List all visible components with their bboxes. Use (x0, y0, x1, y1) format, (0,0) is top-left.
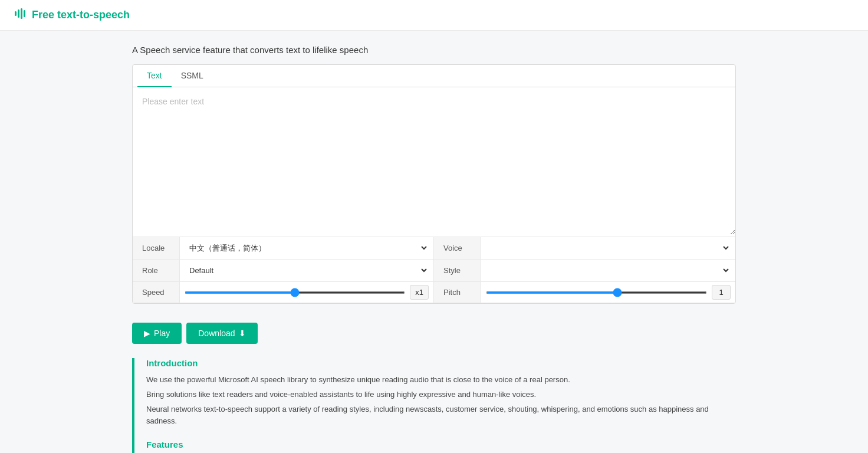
pitch-content: 1 (481, 283, 735, 302)
download-label: Download (198, 329, 235, 338)
intro-line-2: Bring solutions like text readers and vo… (146, 389, 736, 401)
role-select[interactable]: Default (185, 262, 429, 279)
text-input-wrapper (133, 87, 735, 237)
app-title: Free text-to-speech (32, 9, 130, 21)
svg-rect-1 (18, 9, 19, 18)
locale-select[interactable]: 中文（普通话，简体） (185, 239, 429, 257)
play-button[interactable]: ▶ Play (132, 323, 182, 344)
app-icon (14, 7, 27, 23)
style-content (481, 260, 735, 281)
action-buttons: ▶ Play Download ⬇ (132, 313, 736, 349)
tab-text[interactable]: Text (137, 65, 172, 87)
download-icon: ⬇ (239, 329, 246, 338)
pitch-control: Pitch 1 (434, 282, 735, 303)
svg-rect-2 (21, 8, 22, 19)
info-section: Introduction We use the powerful Microso… (132, 358, 736, 453)
role-content: Default (180, 260, 433, 281)
speed-slider-wrapper: x1 (185, 285, 429, 300)
style-control: Style (434, 260, 735, 282)
voice-control: Voice (434, 237, 735, 260)
speed-slider[interactable] (185, 291, 405, 294)
pitch-label: Pitch (434, 282, 481, 303)
play-icon: ▶ (144, 329, 150, 338)
intro-title: Introduction (146, 358, 736, 368)
locale-control: Locale 中文（普通话，简体） (133, 237, 434, 260)
role-label: Role (133, 260, 180, 281)
features-title: Features (146, 439, 736, 449)
locale-label: Locale (133, 237, 180, 259)
tts-card: Text SSML Locale 中文（普通话，简体） Voice (132, 64, 736, 304)
locale-content: 中文（普通话，简体） (180, 237, 433, 259)
speed-value: x1 (410, 285, 429, 300)
speed-content: x1 (180, 283, 433, 302)
speed-label: Speed (133, 282, 180, 303)
tab-ssml[interactable]: SSML (172, 65, 213, 87)
voice-label: Voice (434, 237, 481, 259)
text-input[interactable] (133, 87, 735, 235)
speed-control: Speed x1 (133, 282, 434, 303)
svg-rect-3 (24, 10, 25, 17)
intro-line-1: We use the powerful Microsoft AI speech … (146, 374, 736, 386)
pitch-value: 1 (712, 285, 731, 300)
voice-select[interactable] (486, 239, 731, 257)
style-select[interactable] (486, 262, 731, 279)
intro-line-3: Neural networks text-to-speech support a… (146, 403, 736, 428)
voice-content (481, 237, 735, 259)
pitch-slider-wrapper: 1 (486, 285, 731, 300)
controls-grid: Locale 中文（普通话，简体） Voice Role (133, 237, 735, 303)
header: Free text-to-speech (0, 0, 868, 31)
pitch-slider[interactable] (486, 291, 707, 294)
download-button[interactable]: Download ⬇ (186, 323, 257, 344)
main-content: A Speech service feature that converts t… (0, 31, 868, 453)
svg-rect-0 (15, 11, 17, 16)
play-label: Play (154, 329, 170, 338)
tab-bar: Text SSML (133, 65, 735, 87)
style-label: Style (434, 260, 481, 281)
role-control: Role Default (133, 260, 434, 282)
page-subtitle: A Speech service feature that converts t… (132, 45, 736, 55)
